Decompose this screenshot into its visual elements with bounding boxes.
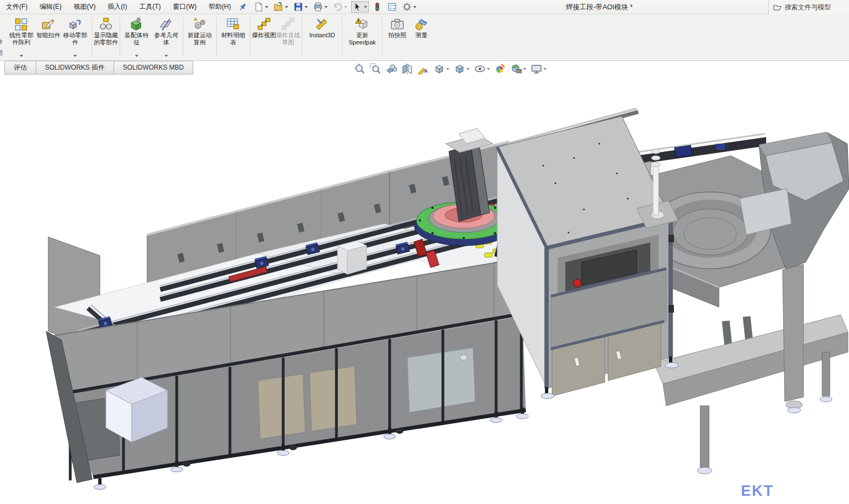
dropdown-arrow[interactable] — [135, 55, 138, 57]
cropped-left-buttons: 件 图 — [0, 36, 5, 69]
dropdown-arrow[interactable] — [487, 68, 490, 70]
view-settings-icon — [531, 63, 542, 75]
dropdown-arrow[interactable] — [20, 55, 23, 57]
performance-button[interactable] — [371, 1, 384, 13]
exploded-view-icon — [257, 17, 271, 31]
new-document-button[interactable] — [252, 1, 270, 13]
menu-window[interactable]: 窗口(W) — [167, 0, 203, 14]
ribbon-label: Instant3D — [309, 32, 335, 39]
measure-icon — [414, 17, 429, 31]
ribbon-button-measure[interactable]: 测量 — [411, 16, 432, 59]
pin-menu-icon[interactable] — [238, 3, 247, 12]
properties-button[interactable] — [386, 1, 398, 13]
open-button[interactable] — [272, 1, 290, 13]
heads-up-view-toolbar — [353, 62, 548, 76]
save-button[interactable] — [292, 1, 310, 13]
dropdown-arrow[interactable] — [165, 55, 168, 57]
undo-dropdown-arrow[interactable] — [344, 6, 347, 8]
select-button[interactable] — [351, 1, 369, 13]
edit-appearance-icon — [494, 63, 506, 75]
dropdown-arrow[interactable] — [543, 68, 547, 70]
ribbon-group-separator — [342, 17, 342, 56]
dropdown-arrow[interactable] — [523, 68, 526, 70]
menu-help[interactable]: 帮助(H) — [203, 0, 237, 14]
ribbon-button-update-speedpak[interactable]: 更新 Speedpak — [344, 16, 380, 59]
dropdown-arrow[interactable] — [466, 68, 470, 70]
ribbon-button-move-component[interactable]: 移动零部件 — [60, 16, 90, 59]
tab-solidworks-mbd[interactable]: SOLIDWORKS MBD — [114, 61, 193, 75]
ribbon-group-separator — [382, 17, 383, 56]
ribbon-label: 参考几何体 — [151, 32, 181, 46]
view-orientation-icon — [434, 63, 445, 75]
undo-button[interactable] — [331, 1, 349, 13]
ribbon-button-take-snapshot[interactable]: 拍快照 — [384, 16, 411, 59]
dropdown-arrow[interactable] — [74, 55, 77, 57]
emergency-stop-button[interactable] — [574, 279, 581, 287]
tab-solidworks-addins[interactable]: SOLIDWORKS 插件 — [36, 61, 114, 75]
outfeed-table[interactable] — [654, 315, 848, 474]
ribbon-button-bill-of-materials[interactable]: 材料明细表 — [218, 16, 248, 59]
ribbon-button-exploded-view[interactable]: 爆炸视图 — [252, 16, 276, 59]
command-manager-ribbon: 件 图 线性零部件阵列 智能扣件 — [0, 14, 849, 61]
options-dropdown-arrow[interactable] — [413, 6, 417, 8]
ribbon-button-new-motion-study[interactable]: 新建运动算例 — [185, 16, 215, 59]
menu-tools[interactable]: 工具(T) — [133, 0, 167, 14]
tab-evaluate[interactable]: 评估 — [4, 61, 36, 75]
document-title: 焊接工段-带AOI模块 * — [566, 0, 633, 14]
zoom-to-area-button[interactable] — [369, 62, 383, 76]
menu-insert[interactable]: 插入(I) — [102, 0, 133, 14]
options-button[interactable] — [401, 1, 418, 13]
new-dropdown-arrow[interactable] — [265, 6, 268, 8]
apply-scene-button[interactable] — [509, 62, 527, 76]
graphics-area[interactable]: EKT — [0, 75, 849, 504]
search-placeholder: 搜索文件与模型 — [785, 3, 831, 12]
ribbon-button-instant3d[interactable]: Instant3D — [304, 16, 340, 59]
motion-study-icon — [193, 17, 207, 31]
hide-show-items-icon — [474, 63, 486, 75]
explode-sketch-icon — [281, 17, 295, 31]
ribbon-label: 更新 Speedpak — [344, 32, 380, 46]
solidworks-window: 文件(F) 编辑(E) 视图(V) 插入(I) 工具(T) 窗口(W) 帮助(H… — [0, 0, 849, 504]
print-button[interactable] — [312, 1, 329, 13]
menu-file[interactable]: 文件(F) — [0, 0, 33, 14]
show-hidden-icon — [99, 17, 113, 31]
search-folder-icon — [773, 3, 781, 12]
ribbon-group-separator — [183, 17, 183, 56]
view-settings-button[interactable] — [530, 62, 548, 76]
search-box[interactable]: 搜索文件与模型 — [768, 0, 849, 14]
linear-pattern-icon — [14, 17, 29, 31]
hinge — [668, 305, 674, 313]
previous-view-icon — [386, 63, 397, 75]
ribbon-label: 线性零部件阵列 — [7, 32, 36, 46]
reference-geometry-icon — [159, 17, 173, 31]
display-style-button[interactable] — [453, 62, 471, 76]
save-dropdown-arrow[interactable] — [305, 6, 308, 8]
hide-show-items-button[interactable] — [473, 62, 491, 76]
open-dropdown-arrow[interactable] — [285, 6, 288, 8]
dropdown-arrow[interactable] — [446, 68, 449, 70]
ribbon-button-explode-line-sketch[interactable]: 爆炸直线草图 — [276, 16, 300, 59]
hinge — [668, 235, 674, 242]
zoom-to-fit-button[interactable] — [353, 62, 367, 76]
previous-view-button[interactable] — [385, 62, 398, 76]
ribbon-group-separator — [250, 17, 250, 56]
ribbon-label: 移动零部件 — [60, 32, 90, 46]
ribbon-button-reference-geometry[interactable]: 参考几何体 — [151, 16, 181, 59]
ribbon-button-linear-component-pattern[interactable]: 线性零部件阵列 — [7, 16, 36, 59]
ribbon-button-assembly-features[interactable]: 装配体特征 — [122, 16, 151, 59]
open-icon — [274, 2, 283, 12]
view-orientation-button[interactable] — [432, 62, 451, 76]
ribbon-button-show-hidden-components[interactable]: 显示隐藏的零部件 — [94, 16, 118, 59]
print-dropdown-arrow[interactable] — [324, 6, 328, 8]
section-view-button[interactable] — [401, 62, 414, 76]
edit-appearance-button[interactable] — [493, 62, 507, 76]
select-cursor-icon — [353, 2, 362, 12]
undo-icon — [333, 2, 342, 12]
assembly-model[interactable] — [0, 75, 849, 504]
select-dropdown-arrow[interactable] — [364, 6, 367, 8]
menu-view[interactable]: 视图(V) — [68, 0, 102, 14]
ribbon-button-smart-fasteners[interactable]: 智能扣件 — [36, 16, 60, 59]
menu-edit[interactable]: 编辑(E) — [33, 0, 68, 14]
ribbon-label: 装配体特征 — [122, 32, 151, 46]
annotation-view-button[interactable] — [417, 62, 430, 76]
